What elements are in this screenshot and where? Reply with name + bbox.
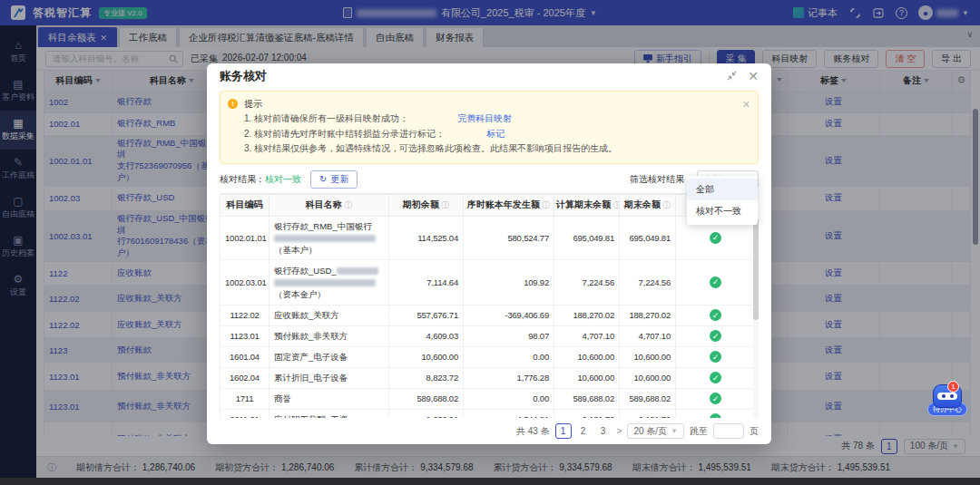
status-cell: ✓ [676, 325, 756, 346]
subject-code-cell: 1123.01 [220, 325, 270, 346]
modal-header: 账务核对 ✕ [207, 63, 771, 89]
reconcile-table: 科目编码科目名称 ⓘ期初余额 ⓘ序时账本年发生额 ⓘ计算期末余额 ⓘ期末余额 ⓘ… [220, 194, 756, 418]
total-count: 共 43 条 [516, 425, 550, 438]
scrollbar-thumb[interactable] [753, 218, 759, 320]
modal-scrollbar[interactable] [753, 217, 759, 418]
refresh-icon: ↻ [319, 174, 327, 184]
subject-code-cell: 2211.01 [220, 409, 270, 418]
closing-balance-cell: 10,600.00 [620, 367, 676, 388]
todo-center-widget[interactable]: 1 待办中心 [926, 384, 969, 416]
opening-balance-cell: 557,676.71 [389, 305, 464, 325]
mapping-link[interactable]: 完善科目映射 [457, 113, 512, 123]
tip-close-icon[interactable]: ✕ [742, 96, 750, 112]
modal-close-icon[interactable]: ✕ [748, 71, 759, 82]
calculated-balance-cell: 695,049.81 [554, 216, 620, 259]
warning-icon: ! [228, 99, 238, 109]
modal-resize-icon[interactable] [727, 71, 737, 81]
check-match-icon: ✓ [710, 330, 721, 342]
mark-link[interactable]: 标记 [486, 129, 505, 139]
info-icon: ⓘ [439, 200, 450, 209]
info-icon: ⓘ [342, 200, 353, 209]
modal-col-label: 科目名称 [306, 199, 342, 209]
reconcile-table-zone: 科目编码科目名称 ⓘ期初余额 ⓘ序时账本年发生额 ⓘ计算期末余额 ⓘ期末余额 ⓘ… [220, 193, 759, 418]
tip-title: 提示 [244, 97, 736, 112]
reconcile-row: 1122.02应收账款_关联方557,676.71-369,406.69188,… [220, 305, 756, 325]
subject-code-cell: 1002.01.01 [220, 216, 270, 259]
yearly-amount-cell: 0.00 [464, 388, 554, 409]
screen: 答税智汇算 专业版 V2.0 有限公司_2025_税审 - 2025年度 ▼ 记… [0, 0, 980, 485]
opening-balance-cell: 10,600.00 [389, 346, 464, 367]
opening-balance-cell: 114,525.04 [389, 216, 464, 259]
modal-col-label: 序时账本年发生额 [467, 199, 540, 209]
status-cell: ✓ [676, 367, 756, 388]
calculated-balance-cell: 589,688.02 [554, 388, 620, 409]
subject-code-cell: 1711 [220, 388, 270, 409]
modal-col-label: 科目编码 [227, 199, 263, 209]
modal-col-header[interactable]: 期初余额 ⓘ [389, 194, 464, 216]
yearly-amount-cell: 98.07 [464, 325, 554, 346]
reconcile-row: 1602.04累计折旧_电子设备8,823.721,776.2810,600.0… [220, 367, 756, 388]
modal-col-header[interactable]: 期末余额 ⓘ [620, 194, 676, 216]
check-match-icon: ✓ [710, 276, 721, 288]
info-icon: ⓘ [540, 200, 551, 209]
modal-col-header[interactable]: 序时账本年发生额 ⓘ [464, 194, 554, 216]
check-match-icon: ✓ [710, 351, 721, 363]
reconcile-row: 1002.01.01银行存款_RMB_中国银行（基本户）114,525.0458… [220, 216, 756, 259]
closing-balance-cell: 589,688.02 [620, 388, 676, 409]
modal-pagination: 共 43 条 123 > 20 条/页▼ 跳至 页 [220, 423, 759, 439]
jump-page-input[interactable] [713, 423, 744, 439]
reconcile-row: 1123.01预付账款_非关联方4,609.0398.074,707.104,7… [220, 325, 756, 346]
closing-balance-cell: 188,270.02 [620, 305, 676, 325]
filter-label: 筛选核对结果： [630, 173, 693, 186]
check-match-icon: ✓ [710, 393, 721, 404]
page-size-select[interactable]: 20 条/页▼ [627, 423, 684, 439]
subject-name-cell: 商誉 [270, 388, 389, 409]
subject-code-cell: 1602.04 [220, 367, 270, 388]
reconcile-row: 1601.04固定资产_电子设备10,600.000.0010,600.0010… [220, 346, 756, 367]
subject-code-cell: 1122.02 [220, 305, 270, 325]
calculated-balance-cell: 10,600.00 [554, 367, 620, 388]
closing-balance-cell: 695,049.81 [620, 216, 676, 259]
yearly-amount-cell: 0.00 [464, 346, 554, 367]
info-icon: ⓘ [661, 200, 671, 209]
modal-title: 账务核对 [220, 68, 267, 84]
page-3-button[interactable]: 3 [595, 423, 612, 439]
tip-line-2: 2. 核对前请先对序时账中结转损益分录进行标记；标记 [244, 127, 736, 142]
modal-col-header[interactable]: 计算期末余额 ⓘ [554, 194, 620, 216]
dropdown-option-全部[interactable]: 全部 [687, 179, 758, 200]
subject-name-cell: 预付账款_非关联方 [270, 325, 389, 346]
yearly-amount-cell: -369,406.69 [464, 305, 554, 325]
yearly-amount-cell: -4,544.81 [464, 409, 554, 418]
subject-code-cell: 1601.04 [220, 346, 270, 367]
page-2-button[interactable]: 2 [575, 423, 592, 439]
filter-dropdown: 全部核对不一致 [687, 176, 758, 225]
redacted-text [337, 267, 378, 275]
tip-line-3: 3. 核对结果仅供参考，如遇特殊情况，可选择忽略此项检查。此结果不影响项目报告的… [244, 141, 736, 157]
opening-balance-cell: 4,609.03 [389, 325, 464, 346]
page-unit: 页 [750, 425, 759, 438]
status-cell: ✓ [676, 346, 756, 367]
refresh-button[interactable]: ↻更新 [310, 170, 358, 189]
closing-balance-cell: 4,707.10 [620, 325, 676, 346]
modal-col-header[interactable]: 科目编码 [220, 194, 270, 216]
calculated-balance-cell: 10,600.00 [554, 346, 620, 367]
modal-col-label: 计算期末余额 [556, 199, 611, 209]
subject-name-cell: 应收账款_关联方 [270, 305, 389, 325]
modal-col-label: 期末余额 [624, 199, 661, 209]
jump-label: 跳至 [690, 425, 708, 438]
status-cell: ✓ [676, 259, 756, 305]
dropdown-option-核对不一致[interactable]: 核对不一致 [687, 200, 758, 222]
status-cell: ✓ [676, 305, 756, 325]
modal-col-header[interactable]: 科目名称 ⓘ [270, 194, 389, 216]
page-1-button[interactable]: 1 [555, 423, 572, 439]
subject-name-cell: 累计折旧_电子设备 [270, 367, 389, 388]
next-page-button[interactable]: > [617, 426, 622, 436]
chevron-down-icon: ▼ [671, 427, 678, 435]
result-label: 核对结果： [220, 173, 265, 186]
info-icon: ⓘ [611, 200, 620, 209]
yearly-amount-cell: 1,776.28 [464, 367, 554, 388]
calculated-balance-cell: -6,181.72 [554, 409, 620, 418]
opening-balance-cell: 8,823.72 [389, 367, 464, 388]
result-row: 核对结果： 核对一致 ↻更新 筛选核对结果： 全部▼ [220, 170, 759, 189]
closing-balance-cell: 7,224.56 [620, 259, 676, 305]
